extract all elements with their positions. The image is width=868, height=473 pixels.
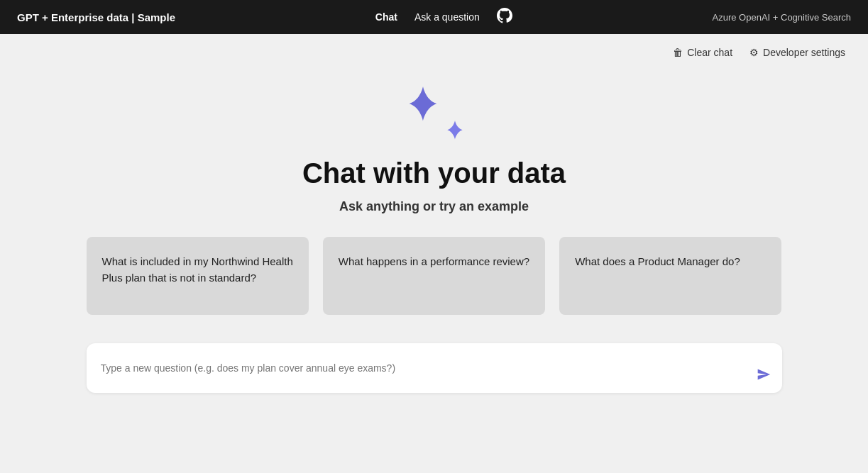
chat-input[interactable] [101,362,740,374]
example-card-3[interactable]: What does a Product Manager do? [559,237,781,315]
nav-link-chat[interactable]: Chat [375,11,397,23]
clear-chat-label: Clear chat [687,47,732,58]
developer-settings-label: Developer settings [763,47,845,58]
send-icon [757,367,771,382]
trash-icon: 🗑 [673,47,683,58]
nav-center: Chat Ask a question [175,8,712,27]
sparkle-decoration [402,87,466,143]
example-card-2[interactable]: What happens in a performance review? [323,237,545,315]
main-subtitle: Ask anything or try an example [339,199,529,214]
clear-chat-button[interactable]: 🗑 Clear chat [673,47,732,58]
gear-icon: ⚙ [749,47,759,58]
chat-input-area [87,343,782,393]
navbar: GPT + Enterprise data | Sample Chat Ask … [0,0,868,34]
sparkle-large-icon [402,87,444,128]
nav-link-ask[interactable]: Ask a question [414,11,480,23]
github-icon[interactable] [497,8,512,27]
send-button[interactable] [757,367,771,382]
developer-settings-button[interactable]: ⚙ Developer settings [749,47,845,58]
main-content: Chat with your data Ask anything or try … [0,65,868,393]
main-title: Chat with your data [302,157,566,189]
toolbar: 🗑 Clear chat ⚙ Developer settings [0,34,868,65]
example-cards-row: What is included in my Northwind Health … [87,237,782,315]
sparkle-small-icon [444,121,466,143]
brand-title: GPT + Enterprise data | Sample [17,11,175,23]
example-card-1[interactable]: What is included in my Northwind Health … [87,237,309,315]
azure-label: Azure OpenAI + Cognitive Search [713,12,851,23]
